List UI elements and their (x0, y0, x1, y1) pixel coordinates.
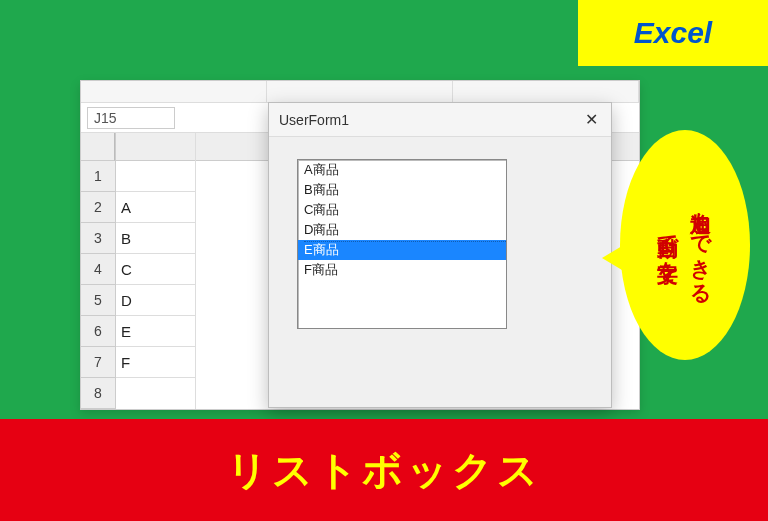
listbox-item[interactable]: C商品 (298, 200, 506, 220)
bubble-body: 自動で文字を 追加もできる (620, 130, 750, 360)
row-header[interactable]: 2 (81, 192, 115, 223)
userform-dialog[interactable]: UserForm1 ✕ A商品B商品C商品D商品E商品F商品 (268, 102, 612, 408)
close-icon: ✕ (585, 110, 598, 129)
bubble-line: 追加もできる (688, 197, 715, 293)
row-header[interactable]: 5 (81, 285, 115, 316)
excel-badge: Excel (578, 0, 768, 66)
listbox-item[interactable]: D商品 (298, 220, 506, 240)
listbox-item[interactable]: B商品 (298, 180, 506, 200)
row-header[interactable]: 6 (81, 316, 115, 347)
row-headers: 1 2 3 4 5 6 7 8 (81, 133, 116, 409)
select-all-corner[interactable] (81, 133, 115, 161)
row-header[interactable]: 1 (81, 161, 115, 192)
listbox-item[interactable]: F商品 (298, 260, 506, 280)
dialog-titlebar[interactable]: UserForm1 ✕ (269, 103, 611, 137)
row-header[interactable]: 4 (81, 254, 115, 285)
cell[interactable]: F (116, 347, 195, 378)
listbox[interactable]: A商品B商品C商品D商品E商品F商品 (297, 159, 507, 329)
cell[interactable]: B (116, 223, 195, 254)
row-header[interactable]: 7 (81, 347, 115, 378)
close-button[interactable]: ✕ (571, 103, 611, 137)
speech-bubble: 自動で文字を 追加もできる (620, 130, 750, 380)
cell[interactable]: A (116, 192, 195, 223)
cell[interactable]: E (116, 316, 195, 347)
row-header[interactable]: 8 (81, 378, 115, 409)
toolbar-segment (267, 81, 453, 102)
listbox-item[interactable]: A商品 (298, 160, 506, 180)
bottom-title-bar: リストボックス (0, 419, 768, 521)
name-box[interactable]: J15 (87, 107, 175, 129)
bottom-title: リストボックス (227, 443, 542, 498)
column-header[interactable] (116, 133, 195, 161)
bubble-tail-icon (602, 240, 632, 276)
excel-toolbar (81, 81, 639, 103)
toolbar-segment (453, 81, 639, 102)
cell[interactable]: D (116, 285, 195, 316)
bubble-line: 自動で文字を (655, 221, 682, 269)
dialog-title: UserForm1 (279, 112, 571, 128)
listbox-item[interactable]: E商品 (298, 240, 506, 260)
row-header[interactable]: 3 (81, 223, 115, 254)
cell[interactable]: C (116, 254, 195, 285)
column-a: A B C D E F (116, 133, 196, 409)
cell[interactable] (116, 161, 195, 192)
excel-badge-label: Excel (634, 16, 712, 50)
toolbar-segment (81, 81, 267, 102)
